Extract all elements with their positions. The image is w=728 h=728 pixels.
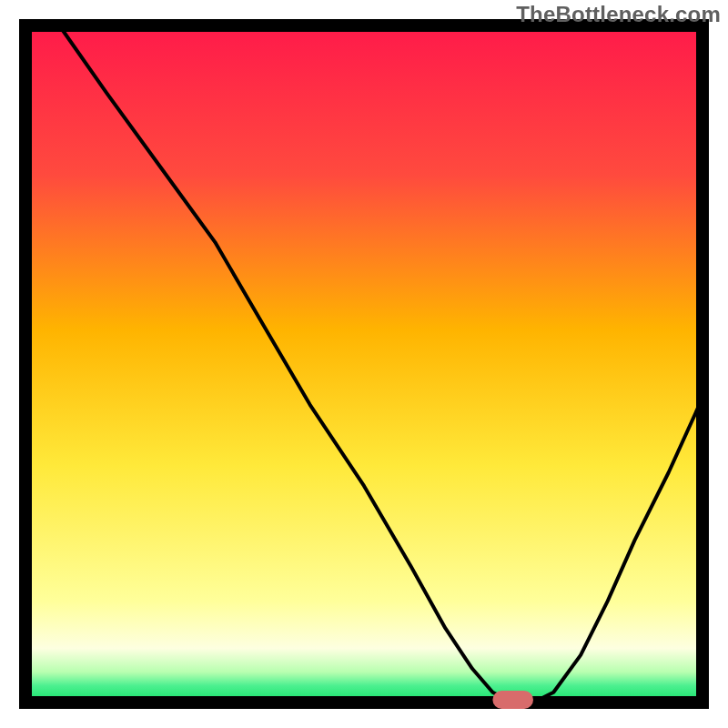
bottleneck-chart	[0, 0, 728, 728]
gradient-background	[25, 25, 703, 703]
chart-wrap: TheBottleneck.com	[0, 0, 728, 728]
plot-area	[25, 25, 703, 709]
watermark-text: TheBottleneck.com	[516, 2, 721, 27]
optimal-marker	[492, 691, 533, 709]
